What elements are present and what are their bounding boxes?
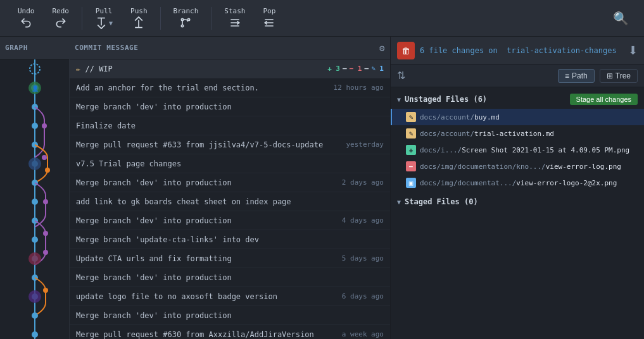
file-status-icon: −: [406, 161, 416, 171]
left-panel: GRAPH 👤: [0, 37, 391, 339]
commit-row[interactable]: Merge branch 'dev' into production: [70, 268, 390, 287]
download-button[interactable]: ⬇: [628, 44, 638, 58]
undo-button[interactable]: Undo: [10, 7, 42, 29]
divider-3: [211, 7, 212, 30]
pop-button[interactable]: Pop: [255, 7, 283, 29]
graph-svg: 👤: [0, 59, 69, 339]
pencil-icon: ✏: [76, 65, 80, 73]
svg-point-23: [32, 331, 38, 338]
pop-label: Pop: [263, 7, 275, 15]
stash-button[interactable]: Stash: [217, 7, 253, 29]
divider-2: [160, 7, 161, 30]
svg-point-7: [32, 123, 38, 129]
redo-button[interactable]: Redo: [45, 7, 77, 29]
commit-time: a week ago: [342, 330, 384, 338]
commit-message: Merge branch 'dev' into production: [76, 178, 337, 187]
toolbar: Undo Redo Pull ▼ Push Branch Stash: [0, 0, 644, 37]
commit-message: add link to gk boards cheat sheet on ind…: [76, 197, 384, 206]
unstaged-file-item[interactable]: − docs/img/documentation/kno.../view-err…: [391, 158, 644, 175]
commit-time: 5 days ago: [342, 254, 384, 262]
file-status-icon: +: [406, 145, 416, 155]
unstaged-file-item[interactable]: ✎ docs/account/buy.md: [391, 109, 644, 125]
svg-point-22: [32, 312, 38, 319]
commit-message: Merge branch 'dev' into production: [76, 311, 384, 320]
pull-button[interactable]: Pull ▼: [87, 7, 120, 29]
undo-label: Undo: [18, 7, 35, 15]
commit-message: Merge branch 'dev' into production: [76, 216, 337, 225]
tree-view-button[interactable]: ⊞ Tree: [600, 69, 638, 83]
commit-row[interactable]: add link to gk boards cheat sheet on ind…: [70, 192, 390, 211]
path-icon: ≡: [565, 71, 569, 80]
delete-button[interactable]: 🗑: [397, 42, 415, 59]
commit-row[interactable]: Update CTA urls and fix formatting 5 day…: [70, 249, 390, 268]
settings-icon[interactable]: ⚙: [379, 43, 385, 53]
svg-point-0: [182, 18, 184, 20]
staged-chevron: ▼: [397, 199, 401, 206]
redo-label: Redo: [53, 7, 70, 15]
svg-point-1: [188, 18, 190, 20]
svg-point-27: [45, 168, 50, 173]
commit-message: Add an anchor for the trial end section.: [76, 83, 329, 92]
search-button[interactable]: 🔍: [608, 8, 634, 28]
svg-point-28: [43, 199, 48, 204]
branch-button[interactable]: Branch: [166, 7, 206, 29]
right-toolbar: ⇅ ≡ Path ⊞ Tree: [391, 65, 644, 87]
tree-icon: ⊞: [607, 71, 613, 80]
commit-message: Merge branch 'update-cta-links' into dev: [76, 235, 384, 244]
file-status-icon: ✎: [406, 128, 416, 139]
commit-row[interactable]: v7.5 Trial page changes: [70, 154, 390, 173]
unstaged-file-item[interactable]: ▣ docs/img/documentat.../view-error-logo…: [391, 175, 644, 191]
wip-badges: + 3 — − 1 — ✎ 1: [327, 65, 384, 73]
path-dir: docs/account/: [420, 113, 474, 121]
pop-icon: [263, 16, 275, 29]
commit-time: 12 hours ago: [334, 83, 384, 92]
path-dir: docs/img/documentation/kno.../: [420, 163, 546, 171]
modified-badge: ✎ 1: [371, 65, 384, 73]
svg-point-31: [43, 288, 48, 293]
push-button[interactable]: Push: [123, 7, 155, 29]
staged-section-header[interactable]: ▼ Staged Files (0): [391, 194, 644, 210]
file-changes-info: 6 file changes on trial-activation-chang…: [420, 46, 623, 55]
file-path: docs/i.../Screen Shot 2021-01-15 at 4.09…: [420, 146, 629, 154]
commit-row[interactable]: Merge branch 'dev' into production: [70, 97, 390, 116]
staged-section: ▼ Staged Files (0): [391, 194, 644, 210]
path-dir: docs/img/documentat.../: [420, 179, 516, 187]
commit-row[interactable]: Merge pull request #633 from jjsilva4/v7…: [70, 135, 390, 154]
commit-row[interactable]: Merge branch 'dev' into production 4 day…: [70, 211, 390, 230]
unstaged-chevron: ▼: [397, 96, 401, 103]
push-icon: [132, 16, 145, 29]
commit-row[interactable]: Merge branch 'dev' into production 2 day…: [70, 173, 390, 192]
path-name: trial-activation.md: [474, 130, 554, 138]
graph-svg-container: 👤: [0, 59, 69, 339]
commit-time: 2 days ago: [342, 178, 384, 187]
svg-point-12: [28, 157, 41, 170]
commit-message: Merge branch 'dev' into production: [76, 273, 384, 282]
commit-row[interactable]: Merge branch 'dev' into production: [70, 306, 390, 325]
commit-row[interactable]: Merge branch 'update-cta-links' into dev: [70, 230, 390, 249]
file-path: docs/img/documentat.../view-error-logo-2…: [420, 179, 617, 187]
commit-row[interactable]: ✏ // WIP + 3 — − 1 — ✎ 1: [70, 59, 390, 78]
svg-point-14: [32, 199, 38, 205]
commit-list-column: COMMIT MESSAGE ⚙ ✏ // WIP + 3 — − 1 — ✎ …: [70, 37, 390, 339]
commit-row[interactable]: Merge pull request #630 from Axxzilla/Ad…: [70, 325, 390, 339]
graph-header: GRAPH: [0, 37, 69, 59]
path-dir: docs/account/: [420, 130, 474, 138]
unstaged-file-item[interactable]: + docs/i.../Screen Shot 2021-01-15 at 4.…: [391, 142, 644, 158]
commit-row[interactable]: update logo file to no axosoft badge ver…: [70, 287, 390, 306]
stage-all-button[interactable]: Stage all changes: [570, 94, 638, 105]
branch-icon: [179, 16, 192, 29]
right-panel: 🗑 6 file changes on trial-activation-cha…: [391, 37, 644, 339]
sort-button[interactable]: ⇅: [397, 70, 405, 82]
file-status-icon: ✎: [406, 112, 416, 122]
path-name: view-error-logo-2@2x.png: [516, 179, 617, 187]
unstaged-section-header[interactable]: ▼ Unstaged Files (6) Stage all changes: [391, 90, 644, 109]
pull-icon: ▼: [95, 16, 113, 29]
files-content: ▼ Unstaged Files (6) Stage all changes ✎…: [391, 87, 644, 339]
sep1: —: [343, 65, 347, 73]
unstaged-file-item[interactable]: ✎ docs/account/trial-activation.md: [391, 125, 644, 142]
svg-point-16: [32, 237, 38, 243]
svg-point-21: [28, 290, 41, 303]
commit-row[interactable]: Add an anchor for the trial end section.…: [70, 78, 390, 97]
commit-row[interactable]: Finalize date: [70, 116, 390, 135]
path-view-button[interactable]: ≡ Path: [558, 69, 595, 83]
